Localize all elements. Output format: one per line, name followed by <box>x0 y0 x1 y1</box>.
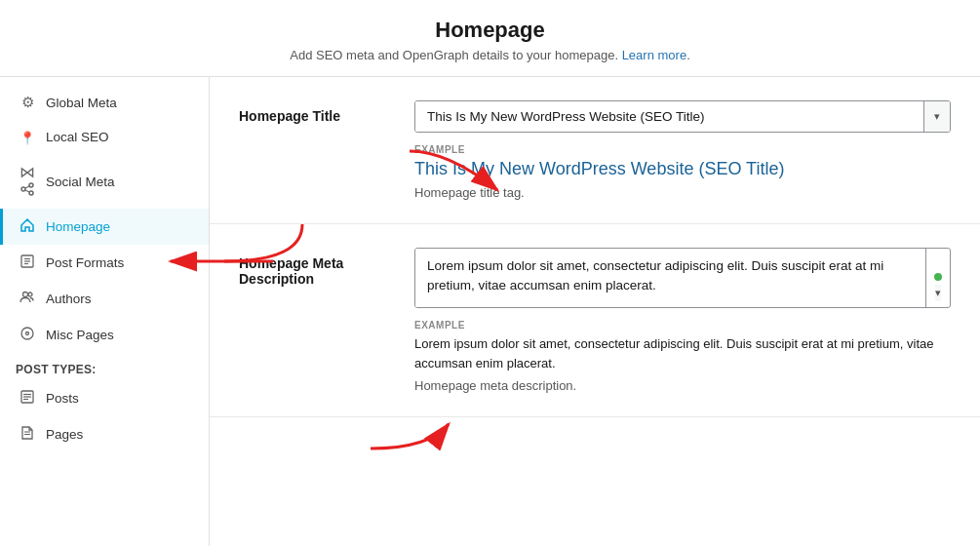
chevron-down-icon: ▾ <box>935 287 941 299</box>
main-content: Homepage Title ▾ EXAMPLE This Is My New … <box>210 77 980 546</box>
svg-point-9 <box>23 292 28 297</box>
home-icon <box>19 217 36 236</box>
homepage-title-example-value: This Is My New WordPress Website (SEO Ti… <box>414 159 951 179</box>
homepage-title-input[interactable] <box>415 101 923 132</box>
homepage-meta-input-wrapper: Lorem ipsum dolor sit amet, consectetur … <box>414 248 951 308</box>
homepage-title-section: Homepage Title ▾ EXAMPLE This Is My New … <box>210 77 980 224</box>
chevron-down-icon: ▾ <box>934 110 940 123</box>
posts-icon <box>19 389 36 408</box>
sidebar-item-social-meta[interactable]: Social Meta <box>0 154 209 209</box>
svg-point-10 <box>28 292 32 296</box>
homepage-title-input-wrapper: ▾ <box>414 100 951 133</box>
sidebar-item-label: Homepage <box>46 219 110 234</box>
sidebar-item-label: Local SEO <box>46 130 109 144</box>
pin-icon <box>19 129 36 145</box>
post-formats-icon <box>19 254 36 272</box>
sidebar-item-local-seo[interactable]: Local SEO <box>0 120 209 154</box>
homepage-meta-textarea[interactable]: Lorem ipsum dolor sit amet, consectetur … <box>415 249 925 307</box>
homepage-meta-right-controls: ▾ <box>925 249 950 307</box>
green-status-dot <box>934 273 942 281</box>
sidebar-item-label: Post Formats <box>46 255 124 270</box>
sidebar-item-pages[interactable]: Pages <box>0 416 209 452</box>
svg-point-12 <box>26 332 29 335</box>
svg-point-11 <box>21 328 33 339</box>
page-subtitle: Add SEO meta and OpenGraph details to yo… <box>20 48 960 62</box>
homepage-meta-example-label: EXAMPLE <box>414 320 951 331</box>
homepage-title-field-content: ▾ EXAMPLE This Is My New WordPress Websi… <box>414 100 951 200</box>
sidebar-item-label: Social Meta <box>46 175 115 189</box>
homepage-title-label: Homepage Title <box>239 100 395 124</box>
homepage-meta-label: Homepage Meta Description <box>239 248 395 287</box>
sidebar-item-homepage[interactable]: Homepage <box>0 209 209 245</box>
authors-icon <box>19 290 36 308</box>
homepage-meta-chevron[interactable]: ▾ <box>935 285 941 301</box>
sidebar-item-label: Global Meta <box>46 96 117 110</box>
sidebar-item-label: Pages <box>46 427 83 442</box>
sidebar-item-misc-pages[interactable]: Misc Pages <box>0 317 209 353</box>
page-header: Homepage Add SEO meta and OpenGraph deta… <box>0 0 980 77</box>
sidebar: Global Meta Local SEO <box>0 77 210 546</box>
sidebar-item-label: Posts <box>46 391 79 406</box>
homepage-title-chevron[interactable]: ▾ <box>923 101 950 132</box>
homepage-meta-field-content: Lorem ipsum dolor sit amet, consectetur … <box>414 248 951 393</box>
homepage-title-example-label: EXAMPLE <box>414 144 951 155</box>
sidebar-item-global-meta[interactable]: Global Meta <box>0 85 209 120</box>
learn-more-link[interactable]: Learn more <box>622 48 686 62</box>
page-title: Homepage <box>20 18 960 43</box>
homepage-meta-example-value: Lorem ipsum dolor sit amet, consectetur … <box>414 334 951 372</box>
svg-point-0 <box>29 183 33 187</box>
sidebar-item-posts[interactable]: Posts <box>0 380 209 416</box>
pages-icon <box>19 425 36 444</box>
homepage-title-help-text: Homepage title tag. <box>414 185 951 200</box>
sidebar-item-authors[interactable]: Authors <box>0 281 209 317</box>
svg-line-3 <box>25 186 29 188</box>
svg-line-4 <box>25 190 29 192</box>
homepage-meta-help-text: Homepage meta description. <box>414 378 951 393</box>
svg-point-2 <box>29 191 33 195</box>
sidebar-item-label: Misc Pages <box>46 328 114 342</box>
misc-pages-icon <box>19 326 36 344</box>
share-icon <box>19 163 36 200</box>
homepage-meta-section: Homepage Meta Description Lorem ipsum do… <box>210 224 980 417</box>
sidebar-item-post-formats[interactable]: Post Formats <box>0 245 209 281</box>
post-types-section-label: Post Types: <box>0 353 209 380</box>
svg-point-1 <box>21 187 25 191</box>
sidebar-item-label: Authors <box>46 292 92 306</box>
gear-icon <box>19 94 36 111</box>
